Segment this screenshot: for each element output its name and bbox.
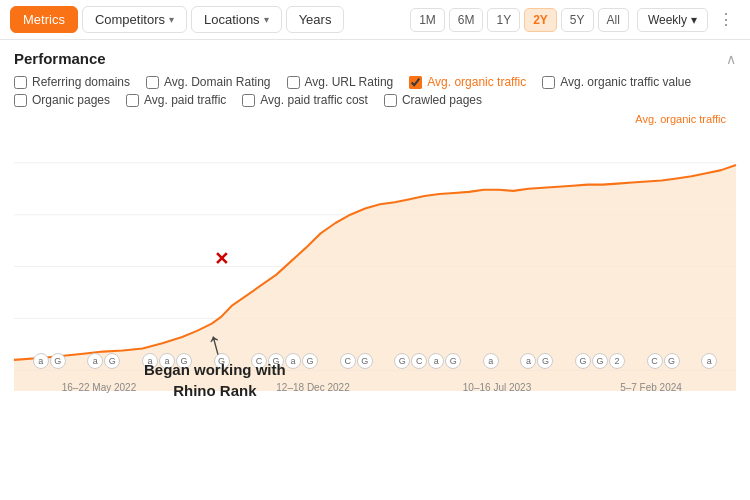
- x-marker: ✕: [214, 248, 229, 270]
- chart-container: Avg. organic traffic ✕ a G a: [14, 111, 736, 421]
- axis-icon-group-9: a G: [520, 353, 553, 369]
- axis-icon: C: [340, 353, 356, 369]
- collapse-icon[interactable]: ∧: [726, 51, 736, 67]
- axis-icon: G: [357, 353, 373, 369]
- checkbox-paid-traffic-cost[interactable]: Avg. paid traffic cost: [242, 93, 368, 107]
- annotation-arrow-icon: ↑: [203, 325, 227, 360]
- axis-icon-group-10: G G 2: [575, 353, 625, 369]
- x-axis-labels: 16–22 May 2022 12–18 Dec 2022 10–16 Jul …: [14, 382, 736, 393]
- axis-icon: 2: [609, 353, 625, 369]
- checkbox-row-2: Organic pages Avg. paid traffic Avg. pai…: [14, 93, 736, 107]
- more-options-button[interactable]: ⋮: [712, 6, 740, 33]
- weekly-label: Weekly: [648, 13, 687, 27]
- time-5y-button[interactable]: 5Y: [561, 8, 594, 32]
- locations-tab[interactable]: Locations ▾: [191, 6, 282, 33]
- annotation: ↑ Began working with Rhino Rank: [144, 327, 286, 401]
- nav-left: Metrics Competitors ▾ Locations ▾ Years: [10, 6, 344, 33]
- axis-icon: G: [445, 353, 461, 369]
- nav-right: 1M 6M 1Y 2Y 5Y All Weekly ▾ ⋮: [410, 6, 740, 33]
- axis-icon-group-2: a G: [87, 353, 120, 369]
- checkbox-organic-traffic[interactable]: Avg. organic traffic: [409, 75, 526, 89]
- years-tab[interactable]: Years: [286, 6, 345, 33]
- axis-icon: a: [428, 353, 444, 369]
- locations-chevron-icon: ▾: [264, 14, 269, 25]
- axis-icon: G: [302, 353, 318, 369]
- time-6m-button[interactable]: 6M: [449, 8, 484, 32]
- axis-icon: G: [592, 353, 608, 369]
- competitors-chevron-icon: ▾: [169, 14, 174, 25]
- axis-icon: G: [575, 353, 591, 369]
- time-1m-button[interactable]: 1M: [410, 8, 445, 32]
- metrics-tab[interactable]: Metrics: [10, 6, 78, 33]
- axis-icon: C: [411, 353, 427, 369]
- axis-date-1: 16–22 May 2022: [59, 382, 139, 393]
- axis-date-3: 10–16 Jul 2023: [457, 382, 537, 393]
- axis-icon: G: [50, 353, 66, 369]
- axis-icon: a: [520, 353, 536, 369]
- axis-icon-group-7: G C a G: [394, 353, 461, 369]
- axis-icon: a: [701, 353, 717, 369]
- performance-section: Performance ∧ Referring domains Avg. Dom…: [0, 40, 750, 421]
- time-2y-button[interactable]: 2Y: [524, 8, 557, 32]
- time-1y-button[interactable]: 1Y: [487, 8, 520, 32]
- axis-icon-group-11: C G: [647, 353, 680, 369]
- checkbox-organic-pages[interactable]: Organic pages: [14, 93, 110, 107]
- checkbox-paid-traffic[interactable]: Avg. paid traffic: [126, 93, 226, 107]
- axis-icon: G: [104, 353, 120, 369]
- top-bar: Metrics Competitors ▾ Locations ▾ Years …: [0, 0, 750, 40]
- weekly-chevron-icon: ▾: [691, 13, 697, 27]
- checkbox-crawled-pages[interactable]: Crawled pages: [384, 93, 482, 107]
- axis-icon: C: [647, 353, 663, 369]
- axis-icon: G: [394, 353, 410, 369]
- competitors-tab[interactable]: Competitors ▾: [82, 6, 187, 33]
- checkbox-organic-traffic-value[interactable]: Avg. organic traffic value: [542, 75, 691, 89]
- performance-header: Performance ∧: [14, 50, 736, 67]
- axis-date-4: 5–7 Feb 2024: [611, 382, 691, 393]
- performance-title: Performance: [14, 50, 106, 67]
- annotation-text: Began working with Rhino Rank: [144, 359, 286, 401]
- axis-icon: G: [537, 353, 553, 369]
- axis-icon: a: [33, 353, 49, 369]
- axis-icon: a: [87, 353, 103, 369]
- axis-icon: a: [483, 353, 499, 369]
- checkbox-url-rating[interactable]: Avg. URL Rating: [287, 75, 394, 89]
- time-all-button[interactable]: All: [598, 8, 629, 32]
- axis-icon: G: [664, 353, 680, 369]
- axis-icon-group-12: a: [701, 353, 717, 369]
- area-chart: [14, 111, 736, 391]
- axis-icon-group-1: a G: [33, 353, 66, 369]
- checkbox-referring-domains[interactable]: Referring domains: [14, 75, 130, 89]
- weekly-button[interactable]: Weekly ▾: [637, 8, 708, 32]
- checkbox-domain-rating[interactable]: Avg. Domain Rating: [146, 75, 271, 89]
- axis-icon-group-6: C G: [340, 353, 373, 369]
- checkbox-row-1: Referring domains Avg. Domain Rating Avg…: [14, 75, 736, 89]
- axis-icon-group-8: a: [483, 353, 499, 369]
- chart-series-label: Avg. organic traffic: [635, 113, 726, 125]
- axis-icon: a: [285, 353, 301, 369]
